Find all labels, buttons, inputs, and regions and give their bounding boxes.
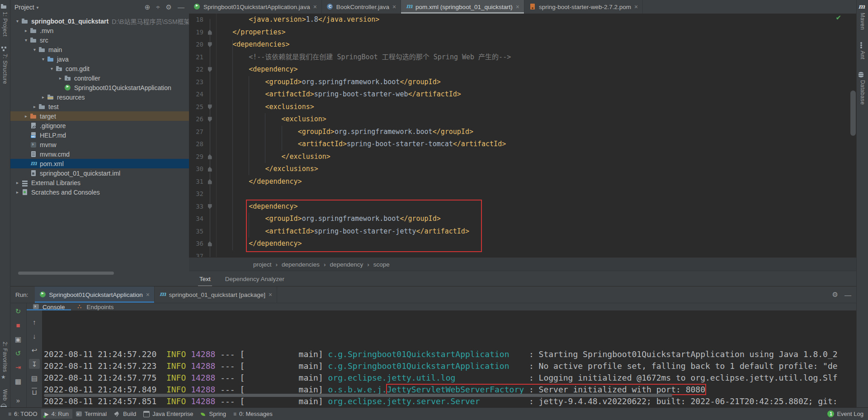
project-panel-title[interactable]: Project xyxy=(14,4,34,11)
tree-item-test[interactable]: ▸test xyxy=(10,102,189,111)
tree-item-springboot-01-quickstart[interactable]: ▾springboot_01_quickstartD:\B站黑马程序员\SSM框… xyxy=(10,16,189,26)
console-horizontal-scrollbar[interactable] xyxy=(44,394,672,397)
status-item-spring[interactable]: Spring xyxy=(197,409,230,419)
status-item-label: Spring xyxy=(209,410,226,417)
editor-lines: 18 <java.version>1.8</java.version>19 </… xyxy=(189,14,857,257)
up-stacktrace-button[interactable]: ↑ xyxy=(29,317,40,327)
expand-arrow-icon[interactable]: ▸ xyxy=(31,104,38,109)
tab-endpoints[interactable]: Endpoints xyxy=(71,303,120,310)
print-button[interactable]: ▤ xyxy=(29,373,40,383)
project-horizontal-scrollbar[interactable] xyxy=(18,272,114,275)
down-stacktrace-button[interactable]: ↓ xyxy=(29,331,40,341)
tree-item-target[interactable]: ▸target xyxy=(10,111,189,121)
tab-bookcontroller-java[interactable]: BookController.java× xyxy=(322,0,401,14)
tab-springboot01quickstartapplication[interactable]: Springboot01QuickstartApplication× xyxy=(35,286,155,303)
scroll-to-end-button[interactable]: ↧ xyxy=(29,359,40,369)
expand-arrow-icon[interactable]: ▾ xyxy=(48,66,56,71)
tool-stripe-button-7-structure[interactable]: 7: Structure xyxy=(0,45,10,84)
breadcrumb-item-dependency[interactable]: dependency xyxy=(330,261,363,268)
event-log-button[interactable]: 1 Event Log xyxy=(827,410,863,417)
tool-stripe-button-2-favorites[interactable]: 2: Favorites xyxy=(0,342,10,382)
restore-layout-button[interactable]: ▦ xyxy=(13,376,24,386)
breadcrumb-item-project[interactable]: project xyxy=(253,261,272,268)
tree-item-gitignore[interactable]: .gitignore xyxy=(10,121,189,130)
editor-line: 21 <!--该依赖就是我们在创建 SpringBoot 工程勾选的那个 Spr… xyxy=(189,51,857,64)
clear-all-button[interactable]: ⊔ xyxy=(29,387,40,397)
tab-springboot-01-quickstart-package[interactable]: springboot_01_quickstart [package]× xyxy=(155,286,277,303)
close-icon[interactable]: × xyxy=(634,4,638,10)
tree-item-main[interactable]: ▾main xyxy=(10,45,189,54)
tree-item-mvnw-cmd[interactable]: mvnw.cmd xyxy=(10,149,189,159)
expand-arrow-icon[interactable]: ▸ xyxy=(14,190,21,195)
settings-icon[interactable]: ⚙ xyxy=(166,3,172,11)
tool-stripe-label: 1: Project xyxy=(2,12,8,37)
expand-arrow-icon[interactable]: ▾ xyxy=(31,47,38,52)
hide-icon[interactable]: — xyxy=(844,291,851,299)
close-icon[interactable]: × xyxy=(392,4,396,10)
soft-wrap-button[interactable]: ↩ xyxy=(29,345,40,355)
editor-vertical-scrollbar[interactable] xyxy=(850,91,856,136)
thread-dump-button[interactable]: ▣ xyxy=(13,334,24,344)
view-tab-text[interactable]: Text xyxy=(198,271,212,286)
tree-item-pom-xml[interactable]: pom.xml xyxy=(10,159,189,168)
run-tab-bar: Springboot01QuickstartApplication×spring… xyxy=(35,286,278,303)
tree-item-mvnw[interactable]: mvnw xyxy=(10,140,189,149)
status-item-4-run[interactable]: ▶4: Run xyxy=(41,409,73,419)
code-text: <dependencies> xyxy=(216,38,857,51)
tree-item-src[interactable]: ▾src xyxy=(10,35,189,45)
tool-stripe-button-maven[interactable]: Maven xyxy=(858,4,868,30)
tree-item-springboot-01-quickstart-iml[interactable]: springboot_01_quickstart.iml xyxy=(10,168,189,178)
chevron-down-icon[interactable]: ▾ xyxy=(37,5,39,10)
hide-icon[interactable]: — xyxy=(178,3,184,11)
rerun-application-button[interactable]: ↺ xyxy=(13,348,24,358)
tree-item-com-gdit[interactable]: ▾com.gdit xyxy=(10,64,189,73)
tree-item-help-md[interactable]: HELP.md xyxy=(10,130,189,140)
expand-arrow-icon[interactable]: ▸ xyxy=(14,180,21,185)
expand-arrow-icon[interactable]: ▾ xyxy=(39,57,47,62)
tool-stripe-button-1-project[interactable]: 1: Project xyxy=(0,3,10,37)
tree-item-external-libraries[interactable]: ▸External Libraries xyxy=(10,178,189,187)
expand-arrow-icon[interactable]: ▸ xyxy=(22,28,30,33)
line-number: 25 xyxy=(189,101,203,114)
status-item-build[interactable]: Build xyxy=(110,409,140,419)
view-tab-dependency-analyzer[interactable]: Dependency Analyzer xyxy=(224,271,286,286)
tree-item-resources[interactable]: ▸resources xyxy=(10,92,189,102)
editor-code-area[interactable]: 18 <java.version>1.8</java.version>19 </… xyxy=(189,14,857,257)
close-icon[interactable]: × xyxy=(313,4,317,10)
status-item-terminal[interactable]: Terminal xyxy=(72,409,110,419)
console-output[interactable]: 2022-08-11 21:24:57.220 INFO 14288 --- [… xyxy=(42,310,857,420)
locate-icon[interactable]: ⊕ xyxy=(145,3,151,11)
more-button[interactable]: » xyxy=(13,395,24,405)
close-icon[interactable]: × xyxy=(269,291,272,298)
expand-arrow-icon[interactable]: ▾ xyxy=(14,19,21,24)
tree-item-controller[interactable]: ▸controller xyxy=(10,73,189,83)
breadcrumb-item-dependencies[interactable]: dependencies xyxy=(282,261,320,268)
status-item-java-enterprise[interactable]: Java Enterprise xyxy=(140,409,197,419)
exit-button[interactable]: ⇥ xyxy=(13,362,24,372)
tab-springboot01quickstartapplication-java[interactable]: Springboot01QuickstartApplication.java× xyxy=(189,0,322,14)
tool-stripe-button-ant[interactable]: Ant xyxy=(858,42,868,59)
close-icon[interactable]: × xyxy=(146,291,150,298)
tool-stripe-button-database[interactable]: Database xyxy=(858,71,868,105)
inspections-ok-icon[interactable]: ✔ xyxy=(835,14,841,22)
expand-arrow-icon[interactable]: ▸ xyxy=(22,114,30,119)
expand-arrow-icon[interactable]: ▸ xyxy=(57,76,64,81)
collapse-all-icon[interactable]: ÷ xyxy=(156,3,160,11)
stop-button[interactable]: ■ xyxy=(13,320,24,330)
status-item-0-messages[interactable]: ≡0: Messages xyxy=(230,409,276,419)
scroll-to-end-icon: ↧ xyxy=(32,361,38,368)
expand-arrow-icon[interactable]: ▸ xyxy=(39,95,47,100)
tree-item-scratches-and-consoles[interactable]: ▸Scratches and Consoles xyxy=(10,187,189,197)
tree-item-mvn[interactable]: ▸.mvn xyxy=(10,26,189,35)
tree-item-java[interactable]: ▾java xyxy=(10,54,189,64)
rerun-button[interactable]: ↻ xyxy=(13,306,24,316)
status-item-6-todo[interactable]: ≡6: TODO xyxy=(5,409,41,419)
tab-console[interactable]: Console xyxy=(27,303,71,310)
tab-spring-boot-starter-web-2-7-2-pom[interactable]: spring-boot-starter-web-2.7.2.pom× xyxy=(524,0,643,14)
tab-pom-xml-springboot-01-quickstart[interactable]: pom.xml (springboot_01_quickstart)× xyxy=(401,0,524,14)
settings-icon[interactable]: ⚙ xyxy=(832,291,838,299)
breadcrumb-item-scope[interactable]: scope xyxy=(373,261,390,268)
tree-item-springboot01quickstartapplication[interactable]: Springboot01QuickstartApplication xyxy=(10,83,189,92)
close-icon[interactable]: × xyxy=(516,4,519,10)
expand-arrow-icon[interactable]: ▾ xyxy=(22,38,30,43)
